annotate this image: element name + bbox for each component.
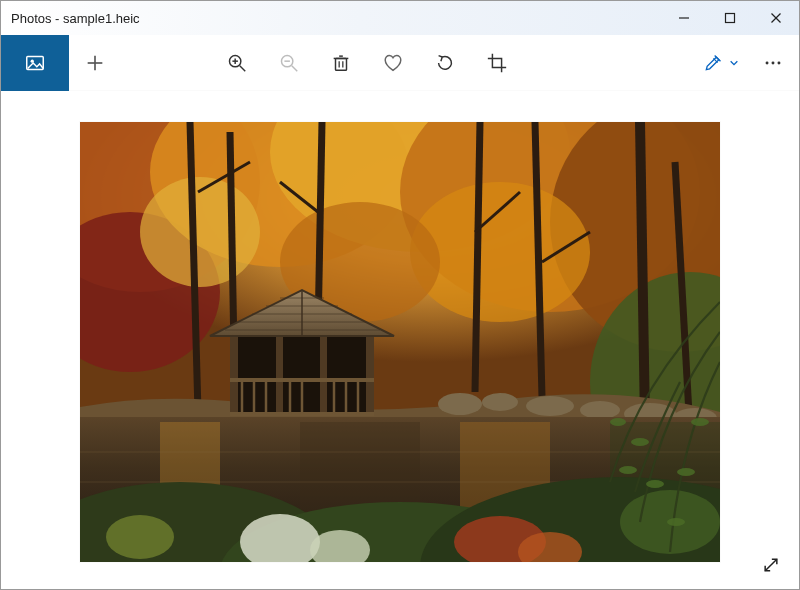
svg-rect-63	[366, 330, 374, 416]
svg-point-46	[482, 393, 518, 411]
trash-icon	[330, 52, 352, 74]
svg-point-45	[438, 393, 482, 415]
photo-icon	[24, 52, 46, 74]
rotate-icon	[434, 52, 456, 74]
zoom-in-button[interactable]	[211, 35, 263, 91]
add-to-button[interactable]	[69, 35, 121, 91]
svg-point-90	[631, 438, 649, 446]
svg-point-91	[619, 466, 637, 474]
photo-canvas[interactable]	[80, 122, 720, 562]
favorite-button[interactable]	[367, 35, 419, 91]
minimize-icon	[678, 12, 690, 24]
minimize-button[interactable]	[661, 1, 707, 35]
svg-point-96	[691, 418, 709, 426]
svg-rect-61	[276, 330, 283, 416]
plus-icon	[84, 52, 106, 74]
svg-point-20	[766, 61, 769, 64]
maximize-icon	[724, 12, 736, 24]
toolbar	[1, 35, 799, 91]
window-title: Photos - sample1.heic	[11, 11, 661, 26]
svg-point-21	[772, 61, 775, 64]
svg-point-47	[526, 396, 574, 416]
svg-rect-1	[726, 14, 735, 23]
svg-point-31	[140, 177, 260, 287]
svg-point-48	[580, 401, 620, 419]
svg-line-37	[475, 122, 480, 392]
chevron-down-icon	[729, 58, 739, 68]
svg-line-9	[240, 65, 246, 71]
close-icon	[770, 12, 782, 24]
svg-point-94	[667, 518, 685, 526]
svg-rect-60	[230, 330, 238, 416]
close-button[interactable]	[753, 1, 799, 35]
svg-point-95	[677, 468, 695, 476]
svg-line-13	[292, 65, 298, 71]
crop-button[interactable]	[471, 35, 523, 91]
zoom-in-icon	[226, 52, 248, 74]
rotate-button[interactable]	[419, 35, 471, 91]
svg-point-22	[777, 61, 780, 64]
svg-rect-62	[320, 330, 327, 416]
titlebar: Photos - sample1.heic	[1, 1, 799, 35]
edit-create-button[interactable]	[695, 35, 747, 91]
svg-line-97	[765, 559, 777, 571]
more-icon	[762, 52, 784, 74]
svg-point-92	[646, 480, 664, 488]
zoom-out-icon	[278, 52, 300, 74]
fullscreen-button[interactable]	[753, 547, 789, 583]
edit-icon	[703, 53, 723, 73]
svg-line-39	[640, 122, 645, 422]
zoom-out-button	[263, 35, 315, 91]
crop-icon	[486, 52, 508, 74]
heart-icon	[382, 52, 404, 74]
svg-point-93	[610, 418, 626, 426]
svg-point-88	[106, 515, 174, 559]
viewer-area	[1, 91, 799, 589]
delete-button[interactable]	[315, 35, 367, 91]
expand-icon	[761, 555, 781, 575]
see-all-photos-button[interactable]	[1, 35, 69, 91]
svg-rect-15	[336, 58, 347, 70]
maximize-button[interactable]	[707, 1, 753, 35]
more-button[interactable]	[747, 35, 799, 91]
